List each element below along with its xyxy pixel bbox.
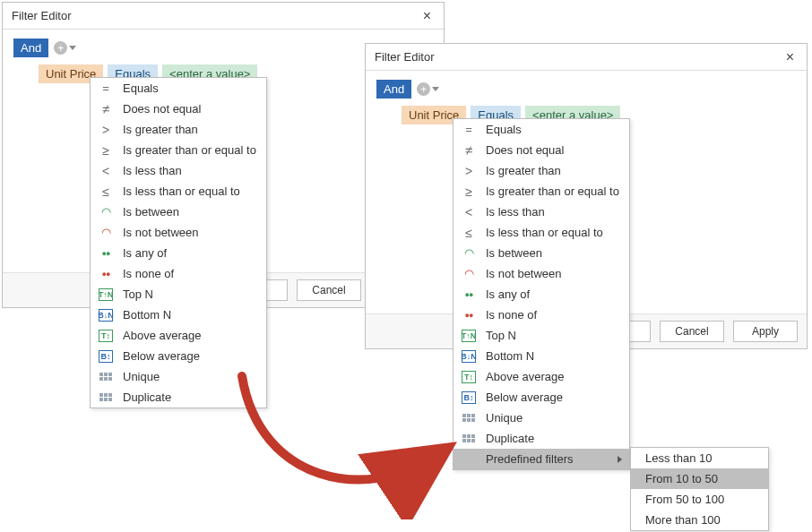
operator-item-above-avg[interactable]: T↕Above average bbox=[454, 366, 629, 387]
operator-label: Is less than or equal to bbox=[123, 184, 240, 198]
operator-item-any-of[interactable]: ●●Is any of bbox=[454, 284, 629, 305]
operator-item-equals[interactable]: =Equals bbox=[91, 78, 266, 99]
operator-label: Is any of bbox=[486, 287, 530, 301]
operator-label: Does not equal bbox=[123, 102, 201, 116]
operator-item-unique[interactable]: Unique bbox=[454, 408, 629, 428]
add-condition-button[interactable]: + bbox=[417, 82, 439, 96]
operator-dropdown-right[interactable]: =Equals≠Does not equal>Is greater than≥I… bbox=[453, 118, 630, 470]
operator-item-equals[interactable]: =Equals bbox=[454, 119, 629, 140]
operator-label: Equals bbox=[486, 123, 522, 136]
operator-label: Unique bbox=[486, 411, 523, 425]
operator-label: Top N bbox=[123, 287, 153, 301]
lte-icon: ≤ bbox=[98, 184, 114, 199]
operator-label: Is between bbox=[486, 246, 542, 260]
operator-label: Does not equal bbox=[486, 143, 564, 157]
submenu-arrow-icon bbox=[618, 456, 622, 463]
operator-item-unique[interactable]: Unique bbox=[91, 366, 266, 387]
operator-item-bottom-n[interactable]: B↓NBottom N bbox=[454, 346, 629, 366]
lte-icon: ≤ bbox=[461, 226, 477, 240]
predefined-item-gt100[interactable]: More than 100 bbox=[631, 510, 768, 530]
predefined-item-lt10[interactable]: Less than 10 bbox=[631, 448, 768, 468]
operator-item-above-avg[interactable]: T↕Above average bbox=[91, 325, 266, 346]
predefined-submenu[interactable]: Less than 10From 10 to 50From 50 to 100M… bbox=[630, 447, 769, 531]
operator-label: Is not between bbox=[123, 226, 199, 239]
operator-item-not-equal[interactable]: ≠Does not equal bbox=[91, 99, 266, 119]
add-condition-button[interactable]: + bbox=[54, 41, 76, 55]
between-icon: ◠ bbox=[461, 246, 477, 261]
operator-item-lt[interactable]: <Is less than bbox=[91, 160, 266, 181]
close-icon[interactable]: × bbox=[418, 7, 436, 25]
operator-item-any-of[interactable]: ●●Is any of bbox=[91, 243, 266, 263]
top-n-icon: T↑N bbox=[461, 329, 477, 343]
operator-item-between[interactable]: ◠Is between bbox=[91, 202, 266, 222]
operator-item-gte[interactable]: ≥Is greater than or equal to bbox=[454, 181, 629, 202]
below-avg-icon: B↕ bbox=[461, 390, 477, 405]
operator-item-between[interactable]: ◠Is between bbox=[454, 243, 629, 263]
close-icon[interactable]: × bbox=[781, 48, 799, 66]
operator-item-lte[interactable]: ≤Is less than or equal to bbox=[454, 222, 629, 243]
operator-item-bottom-n[interactable]: B↓NBottom N bbox=[91, 305, 266, 325]
cancel-button[interactable]: Cancel bbox=[660, 321, 724, 342]
titlebar: Filter Editor × bbox=[3, 3, 444, 30]
operator-item-not-between[interactable]: ◠Is not between bbox=[91, 222, 266, 243]
operator-label: Top N bbox=[486, 329, 516, 342]
gte-icon: ≥ bbox=[98, 143, 114, 158]
caret-down-icon bbox=[432, 87, 439, 91]
duplicate-icon bbox=[98, 390, 114, 405]
bottom-n-icon: B↓N bbox=[461, 349, 477, 364]
operator-label: Is less than bbox=[486, 205, 545, 219]
operator-item-top-n[interactable]: T↑NTop N bbox=[91, 284, 266, 305]
unique-icon bbox=[98, 370, 114, 384]
operator-item-duplicate[interactable]: Duplicate bbox=[91, 387, 266, 408]
operator-item-gt[interactable]: >Is greater than bbox=[454, 160, 629, 181]
operator-item-top-n[interactable]: T↑NTop N bbox=[454, 325, 629, 346]
operator-label: Is none of bbox=[123, 267, 174, 280]
not-equal-icon: ≠ bbox=[461, 143, 477, 158]
operator-label: Is greater than or equal to bbox=[486, 184, 619, 198]
operator-label: Is between bbox=[123, 205, 179, 219]
operator-label: Above average bbox=[486, 370, 564, 383]
bottom-n-icon: B↓N bbox=[98, 308, 114, 322]
operator-item-not-equal[interactable]: ≠Does not equal bbox=[454, 140, 629, 160]
operator-label: Unique bbox=[123, 370, 160, 383]
operator-item-predefined[interactable]: Predefined filters bbox=[454, 449, 629, 469]
titlebar: Filter Editor × bbox=[366, 44, 807, 71]
gt-icon: > bbox=[461, 164, 477, 178]
apply-button[interactable]: Apply bbox=[733, 321, 798, 342]
predefined-item-1050[interactable]: From 10 to 50 bbox=[631, 468, 768, 489]
operator-dropdown-left[interactable]: =Equals≠Does not equal>Is greater than≥I… bbox=[90, 77, 267, 408]
operator-label: Duplicate bbox=[123, 390, 171, 404]
operator-item-lt[interactable]: <Is less than bbox=[454, 202, 629, 222]
operator-item-below-avg[interactable]: B↕Below average bbox=[454, 387, 629, 408]
lt-icon: < bbox=[98, 164, 114, 178]
operator-label: Is none of bbox=[486, 308, 537, 322]
cancel-button[interactable]: Cancel bbox=[297, 279, 361, 301]
operator-item-below-avg[interactable]: B↕Below average bbox=[91, 346, 266, 366]
none-of-icon: ●● bbox=[98, 267, 114, 281]
operator-item-not-between[interactable]: ◠Is not between bbox=[454, 263, 629, 284]
operator-item-gt[interactable]: >Is greater than bbox=[91, 119, 266, 140]
gt-icon: > bbox=[98, 123, 114, 137]
group-operator-and[interactable]: And bbox=[376, 80, 411, 99]
operator-label: Is less than bbox=[123, 164, 182, 177]
lt-icon: < bbox=[461, 205, 477, 219]
dialog-title: Filter Editor bbox=[375, 50, 434, 64]
operator-label: Bottom N bbox=[123, 308, 171, 322]
operator-label: Is not between bbox=[486, 267, 562, 280]
caret-down-icon bbox=[69, 46, 76, 50]
any-of-icon: ●● bbox=[98, 246, 114, 261]
group-operator-and[interactable]: And bbox=[13, 39, 48, 57]
not-between-icon: ◠ bbox=[461, 267, 477, 281]
operator-item-none-of[interactable]: ●●Is none of bbox=[454, 305, 629, 325]
top-n-icon: T↑N bbox=[98, 287, 114, 302]
operator-item-lte[interactable]: ≤Is less than or equal to bbox=[91, 181, 266, 202]
operator-label: Bottom N bbox=[486, 349, 534, 363]
predefined-item-50100[interactable]: From 50 to 100 bbox=[631, 489, 768, 510]
duplicate-icon bbox=[461, 432, 477, 446]
operator-label: Below average bbox=[123, 349, 200, 363]
any-of-icon: ●● bbox=[461, 287, 477, 302]
operator-item-duplicate[interactable]: Duplicate bbox=[454, 428, 629, 449]
operator-item-gte[interactable]: ≥Is greater than or equal to bbox=[91, 140, 266, 160]
operator-label: Is greater than bbox=[123, 123, 198, 136]
operator-item-none-of[interactable]: ●●Is none of bbox=[91, 263, 266, 284]
